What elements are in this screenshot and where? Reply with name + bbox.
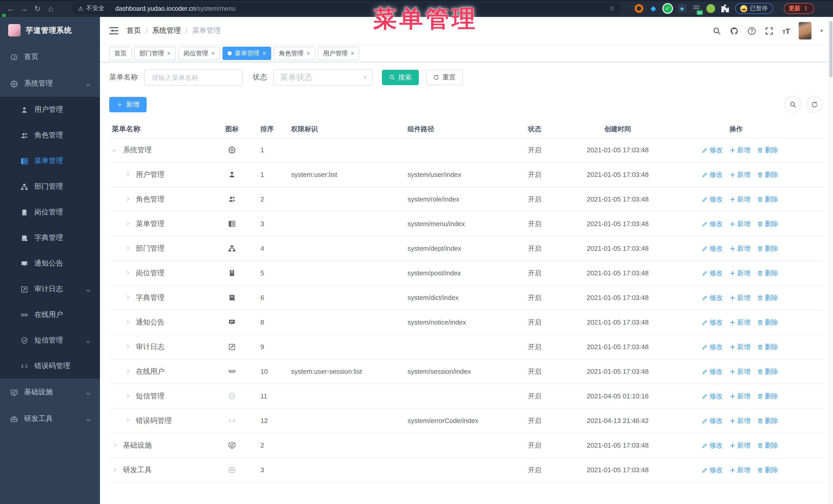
expand-chevron-icon[interactable] <box>124 172 129 177</box>
expand-chevron-icon[interactable] <box>112 148 116 152</box>
delete-link[interactable]: 删除 <box>757 268 778 278</box>
sidebar-item-菜单管理[interactable]: 菜单管理 <box>0 148 100 174</box>
github-icon[interactable] <box>730 26 739 35</box>
page-scrollbar[interactable] <box>828 17 833 504</box>
edit-link[interactable]: 修改 <box>702 391 723 401</box>
font-size-icon[interactable]: TT <box>782 26 790 35</box>
user-avatar[interactable] <box>799 22 812 40</box>
update-button[interactable]: 更新 ⋮ <box>784 3 814 14</box>
refresh-table-button[interactable] <box>806 96 823 113</box>
extension-icon[interactable]: ✓ <box>663 4 672 13</box>
edit-link[interactable]: 修改 <box>702 145 723 154</box>
sidebar-item-用户管理[interactable]: 用户管理 <box>0 97 100 123</box>
edit-link[interactable]: 修改 <box>702 318 723 327</box>
profile-paused-badge[interactable]: 已暂停 <box>735 3 773 14</box>
tab-用户管理[interactable]: 用户管理× <box>318 47 359 60</box>
add-link[interactable]: 新增 <box>730 268 751 278</box>
extensions-puzzle-icon[interactable] <box>721 4 730 13</box>
breadcrumb-item[interactable]: 首页 <box>127 26 141 35</box>
tab-岗位管理[interactable]: 岗位管理× <box>178 47 220 60</box>
edit-link[interactable]: 修改 <box>702 244 723 253</box>
close-icon[interactable]: × <box>351 50 354 57</box>
tab-首页[interactable]: 首页 <box>109 47 132 60</box>
menu-dots-icon[interactable]: ⋮ <box>803 5 809 12</box>
sidebar-item-角色管理[interactable]: 角色管理 <box>0 123 100 148</box>
extension-icon[interactable] <box>635 4 643 13</box>
sidebar-item-字典管理[interactable]: 字典管理 <box>0 225 100 251</box>
edit-link[interactable]: 修改 <box>702 170 723 179</box>
edit-link[interactable]: 修改 <box>702 367 723 376</box>
extension-icon[interactable]: ◆ <box>649 4 658 13</box>
expand-chevron-icon[interactable] <box>112 467 116 472</box>
expand-chevron-icon[interactable] <box>124 197 129 201</box>
add-link[interactable]: 新增 <box>730 244 751 253</box>
search-icon[interactable] <box>713 26 721 35</box>
fullscreen-icon[interactable] <box>765 26 774 35</box>
delete-link[interactable]: 删除 <box>757 342 778 352</box>
add-link[interactable]: 新增 <box>730 465 751 475</box>
close-icon[interactable]: × <box>211 50 215 57</box>
expand-chevron-icon[interactable] <box>124 418 129 423</box>
expand-chevron-icon[interactable] <box>124 369 129 374</box>
sidebar-item-部门管理[interactable]: 部门管理 <box>0 174 100 199</box>
close-icon[interactable]: × <box>307 50 310 57</box>
add-button[interactable]: ＋新增 <box>109 97 147 112</box>
app-logo-row[interactable]: 芋道管理系统 <box>0 17 100 44</box>
collapse-sidebar-icon[interactable] <box>109 27 118 34</box>
expand-chevron-icon[interactable] <box>124 344 129 349</box>
delete-link[interactable]: 删除 <box>757 391 778 401</box>
add-link[interactable]: 新增 <box>730 219 751 229</box>
add-link[interactable]: 新增 <box>730 416 751 425</box>
sidebar-item-短信管理[interactable]: 短信管理 <box>0 328 100 353</box>
forward-icon[interactable]: → <box>18 4 31 13</box>
expand-chevron-icon[interactable] <box>124 320 129 325</box>
edit-link[interactable]: 修改 <box>702 342 723 352</box>
delete-link[interactable]: 删除 <box>757 293 778 302</box>
breadcrumb-item[interactable]: 系统管理 <box>152 26 181 35</box>
sidebar-item-审计日志[interactable]: 审计日志 <box>0 277 100 302</box>
expand-chevron-icon[interactable] <box>124 246 129 251</box>
delete-link[interactable]: 删除 <box>757 367 778 376</box>
delete-link[interactable]: 删除 <box>757 145 778 154</box>
edit-link[interactable]: 修改 <box>702 293 723 302</box>
address-bar[interactable]: ⚠不安全 dashboard.yudao.iocoder.cn/system/m… <box>72 3 621 14</box>
expand-chevron-icon[interactable] <box>124 394 129 399</box>
delete-link[interactable]: 删除 <box>757 416 778 425</box>
reload-icon[interactable]: ↻ <box>31 4 44 13</box>
expand-chevron-icon[interactable] <box>124 221 129 226</box>
close-icon[interactable]: × <box>262 50 266 57</box>
edit-link[interactable]: 修改 <box>702 195 723 204</box>
add-link[interactable]: 新增 <box>730 145 751 154</box>
sidebar-item-首页[interactable]: 首页 <box>0 44 100 70</box>
status-select[interactable]: 菜单状态 ∨ <box>273 69 373 86</box>
add-link[interactable]: 新增 <box>730 342 751 352</box>
sidebar-item-基础设施[interactable]: 基础设施 <box>0 379 100 406</box>
add-link[interactable]: 新增 <box>730 367 751 376</box>
delete-link[interactable]: 删除 <box>757 318 778 327</box>
sidebar-item-研发工具[interactable]: 研发工具 <box>0 406 100 432</box>
delete-link[interactable]: 删除 <box>757 170 778 179</box>
delete-link[interactable]: 删除 <box>757 244 778 253</box>
extension-icon[interactable] <box>706 4 715 13</box>
delete-link[interactable]: 删除 <box>757 219 778 229</box>
bookmark-star-icon[interactable]: ☆ <box>609 5 615 12</box>
sidebar-item-错误码管理[interactable]: 错误码管理 <box>0 353 100 379</box>
chevron-down-icon[interactable]: ▾ <box>820 28 823 33</box>
add-link[interactable]: 新增 <box>730 293 751 302</box>
edit-link[interactable]: 修改 <box>702 441 723 450</box>
add-link[interactable]: 新增 <box>730 391 751 401</box>
sidebar-item-系统管理[interactable]: 系统管理 <box>0 70 100 97</box>
scrollbar-thumb[interactable] <box>829 21 832 77</box>
delete-link[interactable]: 删除 <box>757 441 778 450</box>
home-icon[interactable]: ⌂ <box>44 4 57 13</box>
edit-link[interactable]: 修改 <box>702 465 723 475</box>
expand-chevron-icon[interactable] <box>112 443 116 448</box>
expand-chevron-icon[interactable] <box>124 295 129 300</box>
edit-link[interactable]: 修改 <box>702 416 723 425</box>
sidebar-item-在线用户[interactable]: 在线用户 <box>0 302 100 328</box>
tab-部门管理[interactable]: 部门管理× <box>134 47 176 60</box>
reset-button[interactable]: 重置 <box>426 70 463 85</box>
edit-link[interactable]: 修改 <box>702 268 723 278</box>
add-link[interactable]: 新增 <box>730 318 751 327</box>
extension-icon[interactable]: on <box>692 4 701 13</box>
